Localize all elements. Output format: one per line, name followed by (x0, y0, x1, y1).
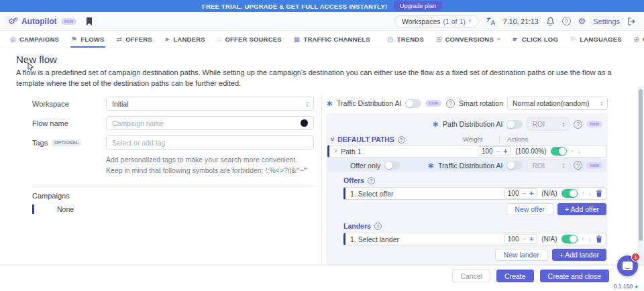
logout-icon[interactable] (627, 17, 636, 25)
minus-button[interactable]: − (522, 235, 526, 243)
cancel-button[interactable]: Cancel (452, 270, 490, 282)
chat-widget-button[interactable]: 1 (617, 255, 638, 276)
minus-button[interactable]: − (522, 190, 526, 197)
nav-languages[interactable]: ⚐LANGUAGES (564, 31, 628, 48)
bookmark-icon[interactable] (86, 17, 93, 25)
path-weight-value[interactable]: 100 (482, 148, 493, 155)
new-lander-button[interactable]: New lander (495, 249, 548, 261)
upgrade-plan-button[interactable]: Upgrade plan (394, 1, 442, 11)
workspace-select[interactable]: Initial ▴▾ (106, 97, 314, 111)
nav-offer-sources[interactable]: ∴OFFER SOURCES (211, 31, 288, 48)
ai-icon: ∗ (432, 120, 439, 128)
flow-name-placeholder: Campaign name (112, 119, 164, 127)
path-traffic-ai-help-icon[interactable]: ? (574, 161, 582, 170)
delete-lander-icon[interactable] (596, 235, 602, 243)
smart-rotation-select[interactable]: Normal rotation(random) ▴▾ (507, 97, 608, 110)
campaigns-label: Campaigns (32, 192, 314, 200)
traffic-ai-toggle[interactable] (405, 99, 421, 108)
brand-new-badge: new (61, 18, 77, 25)
default-paths-header[interactable]: ˅ DEFAULT PATHS ? (331, 135, 405, 143)
brand-title: Autopilot (21, 17, 57, 26)
paths-panel: ∗ Traffic Distribution AI new ? Smart ro… (326, 97, 608, 285)
move-up-icon[interactable]: ↑ (571, 148, 574, 155)
path-enabled-toggle[interactable] (551, 147, 567, 156)
nav-click-log[interactable]: ☛CLICK LOG (506, 31, 564, 48)
color-dot[interactable] (301, 119, 308, 127)
flag-icon: ⚑ (71, 36, 77, 43)
translate-icon[interactable] (486, 17, 496, 25)
traffic-ai-label: Traffic Distribution AI (337, 99, 401, 107)
nav-landers[interactable]: ➤LANDERS (158, 31, 211, 48)
move-up-icon[interactable]: ↑ (582, 190, 585, 197)
datetime-label: 7.10, 21:13 (503, 17, 539, 25)
new-offer-button[interactable]: New offer (506, 203, 553, 215)
gear-icon[interactable]: ⚙ (578, 17, 586, 25)
path-ai-metric-select[interactable]: ROI ▴▾ (527, 117, 570, 131)
nav-countries[interactable]: ⊕COUNTRIES˅ (628, 31, 644, 48)
nav-offers[interactable]: ⇄OFFERS (111, 31, 158, 48)
settings-link[interactable]: Settings (593, 17, 620, 25)
add-offer-button[interactable]: + Add offer (557, 203, 606, 215)
offers-section-label: Offers ? (343, 176, 606, 184)
language-flag-icon: ⚐ (570, 36, 576, 43)
app-window: FREE TRIAL. UPGRADE & GET FULL ACCESS IN… (0, 0, 644, 291)
clock-icon: ◷ (388, 36, 394, 43)
ai-icon: ∗ (326, 99, 333, 107)
app-header: ⚙⚙ Autopilot new Workspaces (1 of 1) ˅ 7… (0, 12, 644, 31)
workspaces-label: Workspaces (402, 17, 441, 25)
chat-unread-badge: 1 (631, 253, 640, 261)
new-badge: new (586, 162, 602, 169)
offers-help-icon[interactable]: ? (368, 177, 375, 184)
minus-button[interactable]: − (496, 148, 500, 155)
offer-weight-value[interactable]: 100 (508, 190, 519, 197)
nav-campaigns[interactable]: ◎CAMPAIGNS (4, 31, 65, 48)
lander-row[interactable]: 1. Select lander 100 − + (N/A) ↑ ↓ (343, 233, 606, 245)
path-traffic-ai-toggle[interactable] (506, 161, 523, 170)
delete-offer-icon[interactable] (596, 190, 602, 197)
smart-rotation-help-icon[interactable]: ? (446, 99, 455, 108)
path-traffic-ai-metric-select[interactable]: ROI ▴▾ (527, 159, 570, 172)
default-paths-help-icon[interactable]: ? (398, 136, 405, 143)
flow-name-input[interactable]: Campaign name (106, 116, 314, 130)
add-lander-button[interactable]: + Add lander (552, 249, 606, 261)
nav-flows[interactable]: ⚑FLOWS (65, 31, 110, 48)
select-stepper-icon: ▴▾ (563, 162, 565, 168)
plus-button[interactable]: + (529, 190, 533, 197)
scrollbar-thumb[interactable] (639, 89, 643, 241)
bell-icon[interactable] (546, 17, 555, 26)
path-share: (100.00%) (515, 148, 546, 155)
help-icon[interactable]: ? (562, 17, 571, 25)
tags-input[interactable]: Select or add tag (106, 135, 314, 150)
workspaces-dropdown[interactable]: Workspaces (1 of 1) ˅ (394, 15, 479, 27)
trial-banner: FREE TRIAL. UPGRADE & GET FULL ACCESS IN… (0, 0, 644, 12)
create-and-close-button[interactable]: Create and close (540, 270, 609, 282)
flow-form: Workspace Initial ▴▾ Flow name Campaign … (32, 97, 314, 214)
offer-weight-group: 100 − + (504, 188, 537, 198)
path-ai-toggle[interactable] (506, 120, 523, 129)
autopilot-logo-icon: ⚙⚙ (8, 17, 18, 25)
offer-only-toggle[interactable] (384, 161, 400, 170)
nav-traffic-channels[interactable]: ▦TRAFFIC CHANNELS (288, 31, 376, 48)
page-title: New flow (16, 54, 57, 65)
nav-conversions[interactable]: ⊞CONVERSIONS˅ (430, 31, 506, 48)
ai-icon: ∗ (427, 162, 434, 170)
offer-row[interactable]: 1. Select offer 100 − + (N/A) ↑ ↓ (343, 187, 606, 200)
nav-trends[interactable]: ◷TRENDS (382, 31, 430, 48)
plus-button[interactable]: + (529, 235, 533, 243)
lander-weight-value[interactable]: 100 (508, 235, 519, 243)
offer-enabled-toggle[interactable] (561, 189, 578, 198)
globe-icon: ⊕ (634, 36, 640, 43)
trial-banner-text: FREE TRIAL. UPGRADE & GET FULL ACCESS IN… (202, 3, 387, 10)
path-ai-help-icon[interactable]: ? (574, 120, 582, 129)
optional-badge: OPTIONAL (52, 139, 81, 146)
plus-button[interactable]: + (504, 148, 508, 155)
move-down-icon[interactable]: ↓ (588, 235, 592, 243)
move-down-icon[interactable]: ↓ (578, 148, 581, 155)
move-up-icon[interactable]: ↑ (582, 235, 585, 243)
lander-enabled-toggle[interactable] (561, 235, 578, 243)
path-row[interactable]: ˅ Path 1 100 − + (100.00%) ↑ ↓ (327, 145, 606, 158)
move-down-icon[interactable]: ↓ (588, 190, 592, 197)
landers-help-icon[interactable]: ? (374, 223, 382, 230)
create-button[interactable]: Create (496, 270, 534, 282)
chevron-down-icon: ˅ (468, 18, 472, 24)
